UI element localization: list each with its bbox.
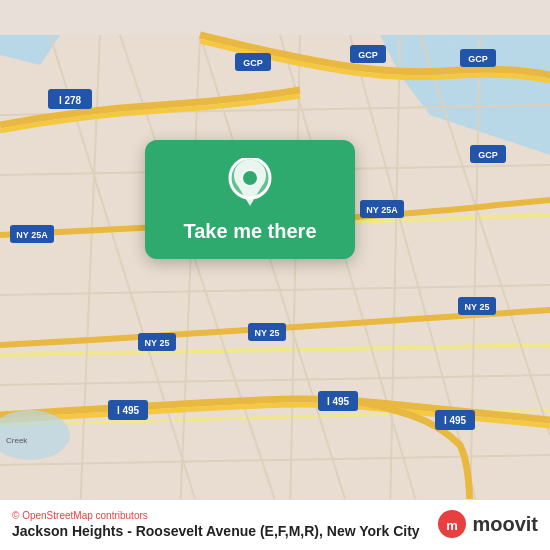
svg-text:Creek: Creek — [6, 436, 28, 445]
svg-text:GCP: GCP — [358, 50, 378, 60]
moovit-name: moovit — [472, 513, 538, 536]
take-me-there-label: Take me there — [183, 220, 316, 243]
attribution: © OpenStreetMap contributors — [12, 510, 420, 521]
svg-text:NY 25A: NY 25A — [366, 205, 398, 215]
svg-text:NY 25: NY 25 — [255, 328, 280, 338]
location-title: Jackson Heights - Roosevelt Avenue (E,F,… — [12, 523, 420, 539]
svg-point-57 — [243, 171, 257, 185]
svg-text:I 495: I 495 — [327, 396, 350, 407]
take-me-there-card[interactable]: Take me there — [145, 140, 355, 259]
location-pin-icon — [228, 158, 272, 210]
map-background: I 278 GCP GCP GCP GCP NY 25A NY 25A NY 2… — [0, 0, 550, 550]
moovit-logo: m moovit — [436, 508, 538, 540]
osm-copyright: © — [12, 510, 19, 521]
svg-text:NY 25: NY 25 — [145, 338, 170, 348]
osm-link: OpenStreetMap — [22, 510, 93, 521]
svg-text:I 278: I 278 — [59, 95, 82, 106]
svg-text:GCP: GCP — [478, 150, 498, 160]
svg-text:I 495: I 495 — [117, 405, 140, 416]
map-container: I 278 GCP GCP GCP GCP NY 25A NY 25A NY 2… — [0, 0, 550, 550]
osm-contributors: contributors — [96, 510, 148, 521]
svg-text:GCP: GCP — [243, 58, 263, 68]
bottom-info: © OpenStreetMap contributors Jackson Hei… — [12, 510, 420, 539]
svg-text:NY 25A: NY 25A — [16, 230, 48, 240]
svg-text:NY 25: NY 25 — [465, 302, 490, 312]
bottom-bar: © OpenStreetMap contributors Jackson Hei… — [0, 499, 550, 550]
svg-text:I 495: I 495 — [444, 415, 467, 426]
svg-text:GCP: GCP — [468, 54, 488, 64]
svg-text:m: m — [447, 518, 459, 533]
moovit-brand-icon: m — [436, 508, 468, 540]
